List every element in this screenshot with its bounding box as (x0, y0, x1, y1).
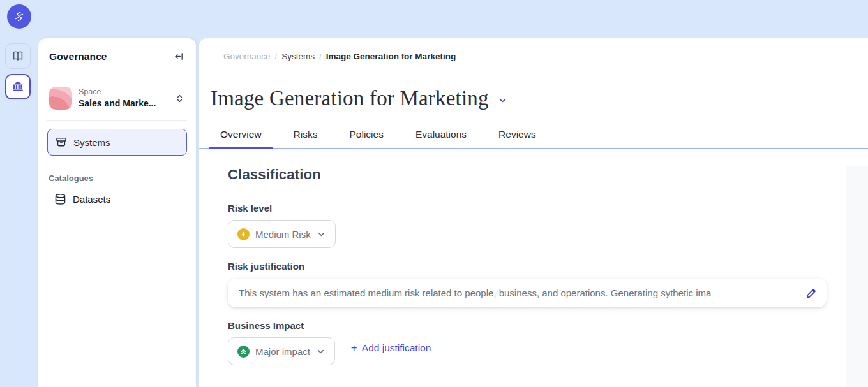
chevron-up-down-icon (174, 93, 185, 104)
business-impact-row: Major impact + Add justification (228, 331, 868, 365)
tab-overview[interactable]: Overview (209, 121, 273, 148)
edit-justification-button[interactable] (805, 287, 818, 300)
breadcrumb-systems[interactable]: Systems (281, 52, 315, 61)
chevron-down-icon (317, 230, 326, 239)
library-rail-button[interactable] (5, 43, 31, 69)
sidebar-item-label: Datasets (73, 194, 110, 205)
breadcrumb-separator: / (319, 52, 322, 61)
space-text: Space Sales and Marke... (79, 87, 168, 109)
risk-level-label: Risk level (228, 203, 868, 214)
breadcrumb: Governance / Systems / Image Generation … (199, 38, 868, 75)
space-divider (47, 120, 187, 121)
sidebar-collapse-button[interactable] (171, 49, 186, 64)
sidebar-item-label: Systems (73, 137, 110, 148)
title-dropdown-button[interactable] (498, 96, 507, 105)
tab-reviews[interactable]: Reviews (487, 121, 548, 148)
logo-squiggle-icon (11, 8, 27, 25)
risk-justification-text: This system has an estimated medium risk… (239, 288, 798, 298)
business-impact-value: Major impact (255, 346, 310, 357)
business-impact-select[interactable]: Major impact (228, 337, 335, 365)
medium-risk-badge (237, 228, 250, 240)
risk-level-value: Medium Risk (255, 229, 311, 240)
sidebar-item-datasets[interactable]: Datasets (54, 193, 191, 206)
page-title-row: Image Generation for Marketing (199, 75, 868, 121)
tab-bar: Overview Risks Policies Evaluations Revi… (199, 121, 868, 149)
left-rail (0, 0, 38, 387)
double-chevron-up-icon (239, 347, 248, 356)
major-impact-badge (237, 346, 250, 358)
breadcrumb-separator: / (275, 52, 278, 61)
risk-justification-field[interactable]: This system has an estimated medium risk… (228, 279, 827, 307)
space-eyebrow-label: Space (79, 87, 168, 98)
add-justification-link[interactable]: + Add justification (351, 342, 431, 354)
classification-section-title: Classification (228, 166, 868, 183)
lightning-bolt-icon (240, 231, 247, 238)
sidebar-header: Governance (38, 38, 196, 75)
app-logo-button[interactable] (7, 4, 31, 29)
page-title: Image Generation for Marketing (211, 87, 489, 110)
space-selector[interactable]: Space Sales and Marke... (43, 83, 191, 113)
collapse-arrow-to-line-icon (174, 51, 184, 62)
governance-rail-button[interactable] (5, 74, 31, 99)
archive-box-icon (55, 136, 68, 149)
business-impact-label: Business Impact (228, 320, 868, 331)
chevron-down-icon (316, 347, 326, 356)
space-avatar (49, 87, 72, 110)
breadcrumb-governance[interactable]: Governance (223, 52, 271, 61)
database-stack-icon (54, 193, 67, 206)
main-panel: Governance / Systems / Image Generation … (199, 38, 868, 387)
open-book-icon (11, 49, 25, 63)
bank-columns-icon (11, 80, 25, 94)
pencil-icon (805, 287, 818, 300)
governance-sidebar: Governance Space Sales and Marke... (38, 38, 196, 387)
risk-justification-label: Risk justification (228, 261, 868, 272)
risk-level-select[interactable]: Medium Risk (228, 220, 336, 248)
catalogues-section-label: Catalogues (49, 173, 196, 183)
tab-policies[interactable]: Policies (338, 121, 395, 148)
space-name-label: Sales and Marke... (79, 98, 168, 109)
add-justification-label: Add justification (362, 342, 431, 354)
sidebar-item-systems[interactable]: Systems (47, 129, 187, 156)
plus-icon: + (351, 342, 357, 354)
sidebar-title: Governance (49, 51, 107, 62)
breadcrumb-current-page: Image Generation for Marketing (326, 52, 456, 61)
overview-content: Classification Risk level Medium Risk (199, 166, 868, 387)
tab-risks[interactable]: Risks (282, 121, 329, 148)
tab-evaluations[interactable]: Evaluations (404, 121, 478, 148)
scroll-gutter (846, 166, 868, 387)
